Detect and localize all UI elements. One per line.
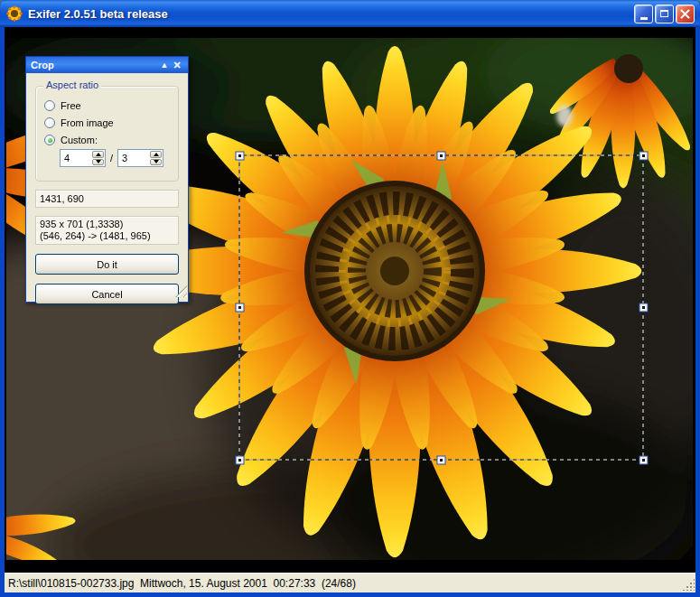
do-it-button[interactable]: Do it — [35, 254, 179, 275]
status-bar: R:\still\010815-002733.jpg Mittwoch, 15.… — [5, 573, 695, 592]
maximize-button[interactable] — [655, 5, 674, 23]
radio-free-circle[interactable] — [44, 100, 55, 111]
crop-handle-se[interactable] — [639, 456, 648, 464]
spin-up-icon — [96, 153, 101, 156]
crop-handle-w[interactable] — [236, 303, 244, 312]
selection-info-readout: 935 x 701 (1,3338) (546, 264) -> (1481, … — [35, 216, 179, 245]
rollup-icon[interactable]: ▲ — [158, 58, 171, 72]
crop-handle-nw[interactable] — [236, 152, 244, 160]
spin-down-icon — [154, 160, 159, 163]
app-sunflower-icon — [5, 5, 23, 23]
selection-size-text: 935 x 701 (1,3338) — [40, 219, 174, 230]
radio-free[interactable]: Free — [44, 100, 178, 111]
status-text: R:\still\010815-002733.jpg Mittwoch, 15.… — [5, 577, 356, 590]
app-window: Exifer 2.0.51 beta release — [0, 0, 700, 597]
selection-coords-text: (546, 264) -> (1481, 965) — [40, 230, 174, 242]
radio-from-image[interactable]: From image — [44, 117, 178, 128]
mouse-position-readout: 1431, 690 — [35, 190, 179, 208]
radio-from-image-circle[interactable] — [44, 117, 55, 128]
cancel-button[interactable]: Cancel — [35, 284, 179, 304]
width-spin-down-button[interactable] — [92, 159, 104, 166]
crop-handle-ne[interactable] — [639, 152, 648, 160]
window-title: Exifer 2.0.51 beta release — [28, 7, 634, 21]
radio-from-image-label: From image — [61, 117, 114, 128]
crop-handles — [236, 152, 648, 464]
minimize-button[interactable] — [634, 5, 653, 23]
width-spin-up-button[interactable] — [92, 151, 104, 158]
close-icon — [680, 9, 690, 19]
aspect-ratio-groupbox: Aspect ratio Free From image Custom: — [35, 86, 179, 182]
ratio-separator: / — [110, 153, 113, 163]
crop-handle-sw[interactable] — [236, 456, 244, 464]
radio-custom[interactable]: Custom: — [44, 135, 178, 145]
crop-handle-n[interactable] — [437, 152, 445, 160]
crop-selection-border[interactable] — [239, 155, 643, 460]
window-titlebar[interactable]: Exifer 2.0.51 beta release — [0, 0, 700, 27]
crop-panel-titlebar[interactable]: Crop ▲ ✕ — [26, 57, 188, 73]
statusbar-resize-grip[interactable] — [682, 578, 695, 591]
height-spin-down-button[interactable] — [150, 159, 162, 166]
ratio-height-spinedit — [117, 149, 163, 167]
crop-handle-e[interactable] — [639, 303, 648, 312]
ratio-width-input[interactable] — [61, 150, 91, 166]
crop-panel: Crop ▲ ✕ Aspect ratio Free From image Cu… — [25, 56, 189, 303]
maximize-icon — [660, 10, 668, 17]
crop-handle-s[interactable] — [437, 456, 445, 464]
close-button[interactable] — [676, 5, 695, 23]
minimize-icon — [640, 17, 648, 20]
ratio-width-spinedit — [60, 149, 106, 167]
panel-close-icon[interactable]: ✕ — [171, 58, 183, 72]
radio-free-label: Free — [61, 100, 81, 111]
spin-up-icon — [154, 153, 159, 156]
radio-custom-label: Custom: — [61, 135, 98, 145]
aspect-ratio-label: Aspect ratio — [43, 79, 101, 90]
spin-down-icon — [96, 160, 101, 163]
radio-custom-circle[interactable] — [44, 135, 55, 145]
height-spin-up-button[interactable] — [150, 151, 162, 158]
ratio-height-input[interactable] — [118, 150, 149, 166]
crop-panel-title: Crop — [31, 60, 158, 70]
